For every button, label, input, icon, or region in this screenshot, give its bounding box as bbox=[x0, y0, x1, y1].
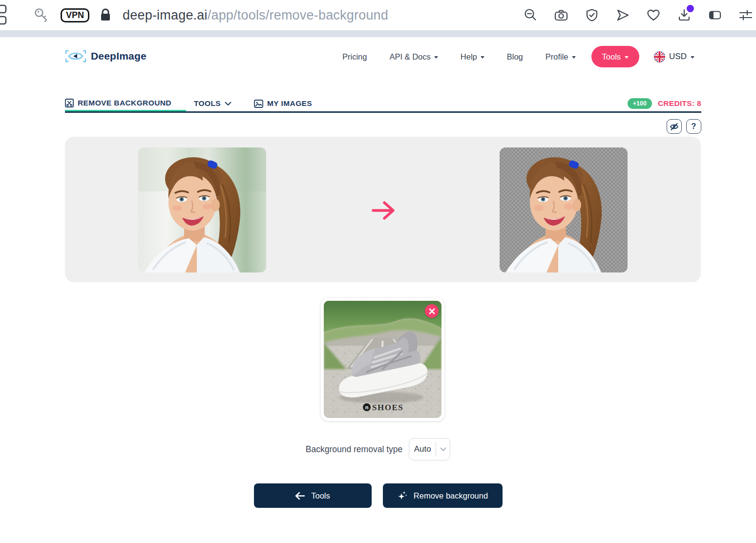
address-bar[interactable]: deep-image.ai/app/tools/remove-backgroun… bbox=[123, 8, 388, 23]
bonus-credits-badge[interactable]: +100 bbox=[628, 98, 652, 109]
image-icon bbox=[254, 100, 263, 108]
tab-stack-icon[interactable] bbox=[0, 2, 13, 28]
arrow-left-icon bbox=[295, 492, 305, 500]
sparkles-icon bbox=[397, 490, 408, 501]
page: VPN deep-image.ai/app/tools/remove-backg… bbox=[0, 0, 756, 543]
vpn-badge[interactable]: VPN bbox=[61, 8, 89, 22]
chevron-down-icon bbox=[481, 56, 484, 59]
chevron-down-icon bbox=[691, 56, 694, 59]
comparison-panel bbox=[65, 137, 701, 282]
url-host: deep-image.ai bbox=[123, 8, 208, 22]
uploaded-image-card: n SHOES bbox=[321, 298, 444, 421]
tab-tools[interactable]: TOOLS bbox=[194, 96, 231, 111]
tab-remove-background[interactable]: REMOVE BACKGROUND bbox=[65, 96, 186, 111]
action-buttons: Tools Remove background bbox=[0, 483, 756, 508]
arrow-right-icon bbox=[371, 200, 397, 221]
removal-type-value: Auto bbox=[409, 444, 436, 454]
zoom-out-icon[interactable] bbox=[523, 8, 538, 22]
scissors-box-icon bbox=[65, 99, 74, 107]
help-button[interactable]: ? bbox=[686, 119, 701, 134]
shoe-thumbnail: n SHOES bbox=[324, 301, 441, 418]
deepimage-eye-icon bbox=[65, 49, 86, 63]
nav-profile[interactable]: Profile bbox=[546, 52, 576, 62]
svg-text:SHOES: SHOES bbox=[372, 403, 403, 412]
chevron-down-icon bbox=[434, 56, 438, 59]
after-image-transparent bbox=[500, 147, 628, 272]
reader-mode-icon[interactable] bbox=[708, 8, 722, 22]
remove-upload-button[interactable] bbox=[425, 304, 439, 318]
chevron-down-icon bbox=[225, 102, 231, 106]
back-to-tools-button[interactable]: Tools bbox=[254, 483, 372, 508]
currency-selector[interactable]: USD bbox=[654, 51, 694, 63]
camera-icon[interactable] bbox=[554, 8, 568, 22]
before-image bbox=[138, 147, 266, 272]
nav-pricing[interactable]: Pricing bbox=[342, 52, 367, 62]
key-icon[interactable] bbox=[33, 7, 50, 23]
nav-tools-button[interactable]: Tools bbox=[591, 46, 640, 67]
tab-my-images[interactable]: MY IMAGES bbox=[254, 96, 312, 111]
notification-dot bbox=[687, 5, 694, 12]
tool-tabs: REMOVE BACKGROUND TOOLS MY IMAGES bbox=[65, 96, 701, 113]
browser-toolbar: VPN deep-image.ai/app/tools/remove-backg… bbox=[0, 0, 756, 30]
tune-sliders-icon[interactable] bbox=[738, 8, 753, 22]
url-path: /app/tools/remove-background bbox=[208, 8, 388, 22]
send-icon[interactable] bbox=[615, 8, 630, 22]
deepimage-logo[interactable]: DeepImage bbox=[65, 49, 147, 63]
remove-background-button[interactable]: Remove background bbox=[383, 483, 503, 508]
lock-icon[interactable] bbox=[99, 8, 112, 22]
heart-icon[interactable] bbox=[646, 8, 661, 22]
shield-check-icon[interactable] bbox=[585, 8, 599, 22]
svg-text:n: n bbox=[365, 404, 369, 410]
nav-blog[interactable]: Blog bbox=[507, 52, 523, 62]
uk-flag-icon bbox=[654, 51, 665, 63]
chevron-down-icon bbox=[572, 56, 576, 59]
preview-actions: ? bbox=[667, 119, 701, 134]
credits-area: +100 CREDITS: 8 bbox=[628, 98, 701, 109]
nav-api-docs[interactable]: API & Docs bbox=[389, 52, 438, 62]
close-icon bbox=[429, 308, 435, 314]
credits-counter: CREDITS: 8 bbox=[658, 99, 701, 108]
site-navigation: Pricing API & Docs Help Blog Profile Too… bbox=[342, 46, 694, 67]
removal-type-row: Background removal type Auto bbox=[0, 438, 756, 460]
nav-help[interactable]: Help bbox=[461, 52, 484, 62]
removal-type-label: Background removal type bbox=[306, 444, 402, 455]
hide-preview-button[interactable] bbox=[667, 119, 682, 134]
download-icon[interactable] bbox=[677, 8, 692, 22]
question-icon: ? bbox=[692, 122, 696, 131]
chevron-down-icon bbox=[625, 56, 629, 59]
removal-type-select[interactable]: Auto bbox=[409, 438, 450, 460]
chrome-divider-strip bbox=[0, 30, 756, 37]
logo-text: DeepImage bbox=[91, 50, 147, 62]
chevron-down-icon bbox=[440, 447, 446, 452]
eye-off-icon bbox=[670, 123, 679, 131]
